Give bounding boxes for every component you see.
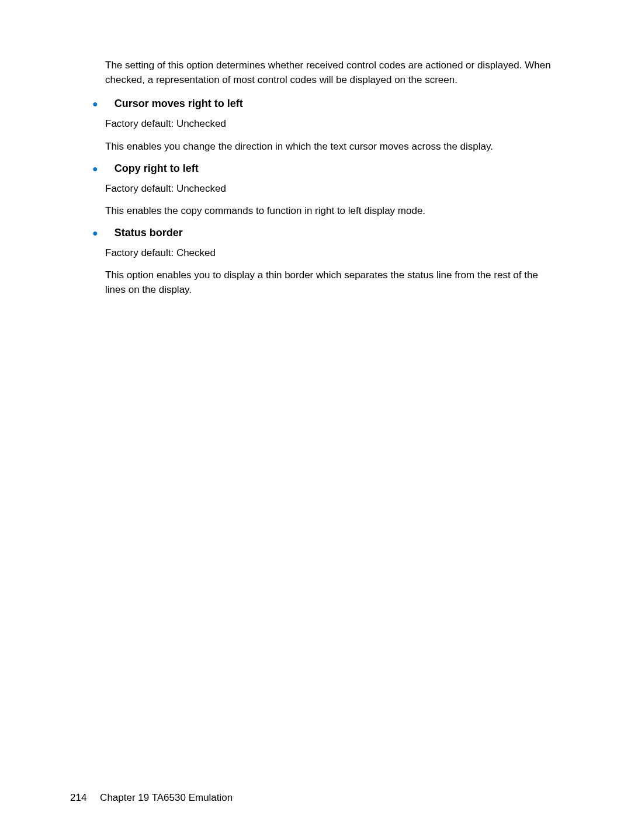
option-block: ● Copy right to left Factory default: Un… [70,163,561,219]
option-description: This option enables you to display a thi… [105,268,561,297]
option-default: Factory default: Unchecked [105,117,561,132]
page-footer: 214 Chapter 19 TA6530 Emulation [70,792,233,804]
option-block: ● Cursor moves right to left Factory def… [70,98,561,154]
intro-paragraph: The setting of this option determines wh… [105,58,561,87]
bullet-icon: ● [92,99,98,109]
option-header: ● Cursor moves right to left [70,98,561,110]
option-block: ● Status border Factory default: Checked… [70,227,561,298]
chapter-label: Chapter 19 TA6530 Emulation [100,792,233,803]
option-default: Factory default: Unchecked [105,182,561,196]
option-title: Cursor moves right to left [115,98,243,110]
option-header: ● Copy right to left [70,163,561,175]
option-default: Factory default: Checked [105,246,561,261]
bullet-icon: ● [92,164,98,174]
bullet-icon: ● [92,229,98,238]
option-description: This enables you change the direction in… [105,140,561,154]
option-title: Status border [115,227,183,239]
option-header: ● Status border [70,227,561,239]
option-description: This enables the copy commands to functi… [105,204,561,219]
page-content: The setting of this option determines wh… [0,0,631,298]
option-title: Copy right to left [115,163,199,175]
page-number: 214 [70,792,86,803]
